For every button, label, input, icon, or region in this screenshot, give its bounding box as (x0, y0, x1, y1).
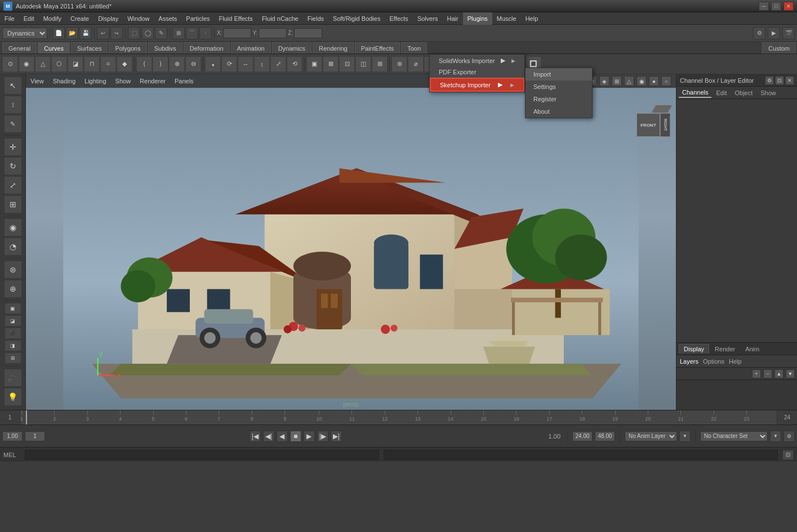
shelf-icon-9[interactable]: ⟨ (136, 56, 152, 72)
rp-btab-display[interactable]: Display (679, 344, 709, 354)
shelf-icon-6[interactable]: ⊓ (84, 56, 100, 72)
shelf-icon-24[interactable]: ⊛ (391, 56, 407, 72)
help-tab[interactable]: Help (729, 358, 742, 365)
show-manip-tool[interactable]: ⊛ (4, 261, 22, 279)
rp-btab-render[interactable]: Render (710, 345, 740, 354)
sketchup-register-item[interactable]: Register (526, 93, 592, 105)
select-button[interactable]: ⬚ (128, 27, 140, 39)
menu-edit[interactable]: Edit (19, 12, 39, 25)
rp-tab-object[interactable]: Object (731, 88, 756, 97)
window-controls[interactable]: ─ □ ✕ (759, 2, 794, 11)
timeline-track[interactable]: 123456789101112131415161718192021222324 (20, 410, 777, 424)
vp-icon-2[interactable]: ◈ (599, 76, 609, 86)
vp-menu-show[interactable]: Show (115, 78, 131, 84)
anim-end-display[interactable] (595, 431, 615, 441)
character-set-dropdown[interactable]: No Character Set (700, 431, 768, 441)
play-back-button[interactable]: ◀ (277, 431, 288, 442)
z-input[interactable] (294, 28, 322, 38)
light-tool[interactable]: 💡 (4, 388, 22, 406)
vp-menu-lighting[interactable]: Lighting (84, 78, 106, 84)
shelf-icon-5[interactable]: ◪ (68, 56, 83, 72)
soft-mod-tool[interactable]: ◉ (4, 218, 22, 236)
move-tool[interactable]: ✛ (4, 138, 22, 156)
sketchup-importer-item[interactable]: Sketchup Importer▶ (430, 78, 524, 92)
timeline-playhead[interactable] (26, 410, 27, 424)
rp-settings-icon[interactable]: ⚙ (765, 77, 773, 84)
step-back-button[interactable]: ◀| (263, 431, 274, 442)
skip-to-end-button[interactable]: ▶| (331, 431, 342, 442)
tab-toon[interactable]: Toon (401, 42, 427, 53)
tab-animation[interactable]: Animation (231, 42, 271, 53)
tab-deformation[interactable]: Deformation (184, 42, 230, 53)
layers-tab[interactable]: Layers (680, 358, 698, 365)
rp-float-icon[interactable]: ⊡ (776, 77, 783, 84)
menu-fluid-effects[interactable]: Fluid Effects (215, 12, 257, 25)
stop-button[interactable]: ■ (290, 431, 301, 442)
shelf-icon-18[interactable]: ⟲ (287, 56, 302, 72)
close-button[interactable]: ✕ (783, 2, 794, 11)
start-frame-input[interactable] (2, 431, 23, 441)
shelf-icon-2[interactable]: ◉ (19, 56, 34, 72)
hide-tool[interactable]: ⊕ (4, 280, 22, 298)
menu-muscle[interactable]: Muscle (492, 12, 521, 25)
sketchup-settings-item[interactable]: Settings (526, 81, 592, 93)
scale-tool[interactable]: ⤢ (4, 176, 22, 194)
lasso-select-tool[interactable]: ⟟ (4, 96, 22, 114)
undo-button[interactable]: ↩ (97, 27, 109, 39)
layer-icon4[interactable]: ◨ (5, 340, 21, 351)
snap-curve-button[interactable]: ⌒ (186, 27, 198, 39)
shelf-icon-17[interactable]: ⤢ (270, 56, 286, 72)
layer-icon1[interactable]: ▣ (5, 303, 21, 314)
sketchup-import-item[interactable]: Import (526, 68, 592, 81)
maximize-button[interactable]: □ (771, 2, 781, 11)
vp-icon-5[interactable]: ◉ (636, 76, 647, 86)
vp-menu-shading[interactable]: Shading (53, 78, 75, 84)
vp-menu-renderer[interactable]: Renderer (140, 78, 166, 84)
new-scene-button[interactable]: 📄 (52, 27, 65, 39)
minimize-button[interactable]: ─ (759, 2, 769, 11)
char-set-extra[interactable]: ⚙ (783, 431, 795, 442)
menu-solvers[interactable]: Solvers (413, 12, 443, 25)
ipr-button[interactable]: 🎬 (782, 27, 795, 39)
vp-icon-4[interactable]: △ (624, 76, 634, 86)
play-forward-button[interactable]: ▶ (304, 431, 315, 442)
menu-effects[interactable]: Effects (385, 12, 412, 25)
current-frame-input[interactable] (25, 431, 45, 441)
vp-icon-3[interactable]: ⊞ (612, 76, 622, 86)
menu-create[interactable]: Create (66, 12, 93, 25)
tab-dynamics[interactable]: Dynamics (272, 42, 311, 53)
x-input[interactable] (223, 28, 251, 38)
shelf-icon-3[interactable]: △ (35, 56, 51, 72)
shelf-icon-4[interactable]: ⬡ (51, 56, 67, 72)
tab-polygons[interactable]: Polygons (109, 42, 146, 53)
rp-btab-anim[interactable]: Anim (741, 345, 764, 354)
rp-close-icon[interactable]: ✕ (786, 77, 794, 84)
solidworks-importer-item[interactable]: SolidWorks Importer▶ (430, 55, 524, 66)
menu-help[interactable]: Help (521, 12, 543, 25)
tab-custom[interactable]: Custom (762, 42, 796, 53)
vp-icon-6[interactable]: ● (649, 76, 659, 86)
menu-fluid-ncache[interactable]: Fluid nCache (257, 12, 303, 25)
shelf-icon-20[interactable]: ⊠ (323, 56, 339, 72)
options-tab[interactable]: Options (703, 358, 724, 365)
menu-window[interactable]: Window (123, 12, 154, 25)
viewport-3d[interactable]: View Shading Lighting Show Renderer Pane… (26, 74, 676, 410)
anim-layer-dropdown[interactable]: No Anim Layer (625, 431, 677, 441)
paint-button[interactable]: ✎ (155, 27, 167, 39)
layer-icon5[interactable]: ⊞ (5, 352, 21, 364)
paint-select-tool[interactable]: ✎ (4, 115, 22, 133)
rp-tab-channels[interactable]: Channels (679, 88, 711, 98)
shelf-icon-25[interactable]: ⌀ (408, 56, 424, 72)
mel-input[interactable] (25, 450, 379, 460)
shelf-icon-7[interactable]: ⌗ (100, 56, 116, 72)
shelf-icon-12[interactable]: ⊖ (185, 56, 201, 72)
transform-tool[interactable]: ⊞ (4, 195, 22, 213)
shelf-icon-13[interactable]: ⬧ (205, 56, 221, 72)
select-tool[interactable]: ↖ (4, 77, 22, 95)
redo-button[interactable]: ↪ (110, 27, 123, 39)
vp-icon-7[interactable]: ○ (661, 76, 671, 86)
char-set-options[interactable]: ▼ (770, 431, 781, 442)
viewport-cube[interactable]: FRONT RIGHT (636, 105, 670, 138)
tab-general[interactable]: General (2, 42, 37, 53)
layer-icon2[interactable]: ◪ (5, 315, 21, 327)
